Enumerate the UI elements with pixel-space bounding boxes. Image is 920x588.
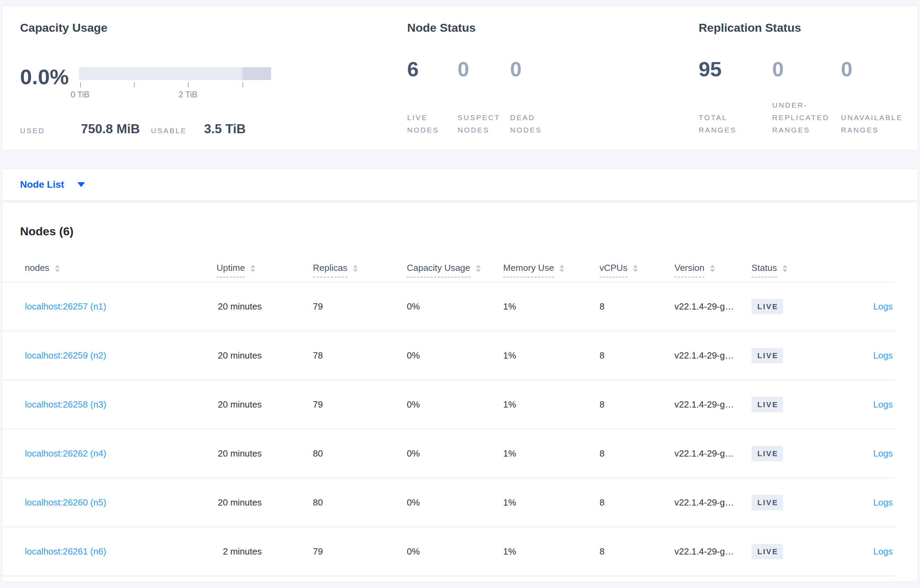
node-list-dropdown-label: Node List: [20, 179, 64, 190]
version-cell: v22.1.4-29-g…: [674, 429, 752, 478]
memory-use-cell: 1%: [503, 527, 599, 576]
capacity-bar: [79, 67, 271, 80]
column-header-nodes[interactable]: nodes: [2, 257, 217, 282]
vcpus-cell: 8: [599, 380, 674, 429]
dead-nodes-stat: 0 DEAD NODES: [510, 35, 542, 136]
node-link[interactable]: localhost:26258 (n3): [25, 399, 106, 410]
table-row: localhost:26257 (n1) 20 minutes 79 0% 1%…: [2, 282, 895, 331]
sort-icon: [710, 265, 715, 272]
column-header-version[interactable]: Version: [674, 257, 752, 282]
node-list-bar: Node List: [2, 168, 918, 201]
memory-use-cell: 1%: [503, 429, 599, 478]
axis-tick-label: 2 TiB: [178, 90, 198, 99]
capacity-bar-reserved-segment: [243, 67, 271, 80]
uptime-cell: 20 minutes: [217, 448, 262, 459]
node-link[interactable]: localhost:26259 (n2): [25, 350, 106, 360]
version-cell: v22.1.4-29-g…: [674, 527, 752, 576]
status-badge: LIVE: [752, 544, 783, 559]
table-row: localhost:26261 (n6) 2 minutes 79 0% 1% …: [2, 527, 895, 576]
sort-icon: [55, 265, 60, 272]
sort-icon: [476, 265, 481, 272]
uptime-cell: 20 minutes: [217, 301, 262, 312]
axis-tick-label: 0 TiB: [70, 90, 89, 99]
uptime-cell: 20 minutes: [217, 350, 262, 361]
suspect-nodes-label: SUSPECT NODES: [458, 111, 510, 136]
dead-nodes-label: DEAD NODES: [510, 111, 542, 136]
sort-icon: [250, 265, 255, 272]
axis-tick: [188, 82, 189, 87]
under-replicated-ranges-stat: 0 UNDER- REPLICATED RANGES: [772, 35, 841, 136]
total-ranges-stat: 95 TOTAL RANGES: [699, 35, 772, 136]
node-link[interactable]: localhost:26260 (n5): [25, 497, 106, 507]
replicas-cell: 80: [313, 478, 407, 527]
capacity-usage-cell: 0%: [407, 331, 503, 380]
capacity-usage-cell: 0%: [407, 527, 503, 576]
memory-use-cell: 1%: [503, 282, 599, 331]
axis-tick: [134, 82, 135, 87]
logs-link[interactable]: Logs: [873, 350, 893, 360]
sort-icon: [782, 265, 787, 272]
vcpus-cell: 8: [599, 331, 674, 380]
used-value: 750.8 MiB: [81, 122, 140, 136]
table-row: localhost:26260 (n5) 20 minutes 80 0% 1%…: [2, 478, 895, 527]
column-header-capacity-usage[interactable]: Capacity Usage: [407, 257, 503, 282]
total-ranges-count: 95: [699, 57, 772, 82]
capacity-usage-cell: 0%: [407, 380, 503, 429]
replicas-cell: 79: [313, 527, 407, 576]
axis-tick: [243, 82, 243, 87]
table-row: localhost:26259 (n2) 20 minutes 78 0% 1%…: [2, 331, 895, 380]
unavailable-ranges-count: 0: [841, 57, 903, 82]
node-link[interactable]: localhost:26262 (n4): [25, 448, 106, 459]
column-header-vcpus[interactable]: vCPUs: [599, 257, 674, 282]
node-status-title: Node Status: [407, 20, 699, 35]
column-header-replicas[interactable]: Replicas: [313, 257, 407, 282]
status-badge: LIVE: [752, 446, 783, 461]
node-list-dropdown[interactable]: Node List: [20, 179, 85, 190]
logs-link[interactable]: Logs: [873, 301, 893, 312]
logs-link[interactable]: Logs: [873, 497, 893, 507]
capacity-usage-title: Capacity Usage: [20, 20, 407, 35]
column-header-uptime[interactable]: Uptime: [217, 257, 313, 282]
logs-link[interactable]: Logs: [873, 448, 893, 459]
capacity-usage-panel: Capacity Usage 0.0% 0 TiB 2 TiB USED 750…: [20, 20, 407, 136]
under-replicated-ranges-label: UNDER- REPLICATED RANGES: [772, 99, 841, 136]
nodes-table: nodes Uptime Replicas Capacity Usage Mem…: [2, 257, 895, 576]
logs-link[interactable]: Logs: [873, 546, 893, 557]
table-row: localhost:26262 (n4) 20 minutes 80 0% 1%…: [2, 429, 895, 478]
replicas-cell: 79: [313, 282, 407, 331]
vcpus-cell: 8: [599, 527, 674, 576]
logs-link[interactable]: Logs: [873, 399, 893, 410]
live-nodes-label: LIVE NODES: [407, 111, 458, 136]
capacity-bar-chart: 0 TiB 2 TiB: [79, 67, 271, 101]
capacity-percent: 0.0%: [20, 65, 79, 101]
sort-icon: [559, 265, 564, 272]
uptime-cell: 20 minutes: [217, 497, 262, 508]
status-badge: LIVE: [752, 299, 783, 314]
table-row: localhost:26258 (n3) 20 minutes 79 0% 1%…: [2, 380, 895, 429]
chevron-down-icon: [77, 182, 85, 187]
sort-icon: [353, 265, 358, 272]
capacity-usage-cell: 0%: [407, 429, 503, 478]
unavailable-ranges-label: UNAVAILABLE RANGES: [841, 111, 903, 136]
vcpus-cell: 8: [599, 478, 674, 527]
version-cell: v22.1.4-29-g…: [674, 478, 752, 527]
uptime-cell: 20 minutes: [217, 399, 262, 410]
replicas-cell: 79: [313, 380, 407, 429]
usable-value: 3.5 TiB: [204, 122, 246, 136]
column-header-memory-use[interactable]: Memory Use: [503, 257, 599, 282]
capacity-axis: 0 TiB 2 TiB: [79, 80, 271, 101]
replicas-cell: 78: [313, 331, 407, 380]
node-link[interactable]: localhost:26261 (n6): [25, 546, 106, 557]
nodes-heading: Nodes (6): [20, 224, 918, 238]
status-badge: LIVE: [752, 348, 783, 363]
under-replicated-ranges-count: 0: [772, 57, 841, 82]
replication-status-title: Replication Status: [699, 20, 904, 35]
vcpus-cell: 8: [599, 282, 674, 331]
node-status-panel: Node Status 6 LIVE NODES 0 SUSPECT NODES…: [407, 20, 699, 136]
node-link[interactable]: localhost:26257 (n1): [25, 301, 106, 312]
live-nodes-count: 6: [407, 57, 458, 82]
nodes-card: Nodes (6) nodes Uptime Replicas Capacity…: [2, 202, 918, 582]
table-header-row: nodes Uptime Replicas Capacity Usage Mem…: [2, 257, 895, 282]
column-header-status[interactable]: Status: [752, 257, 839, 282]
version-cell: v22.1.4-29-g…: [674, 331, 752, 380]
